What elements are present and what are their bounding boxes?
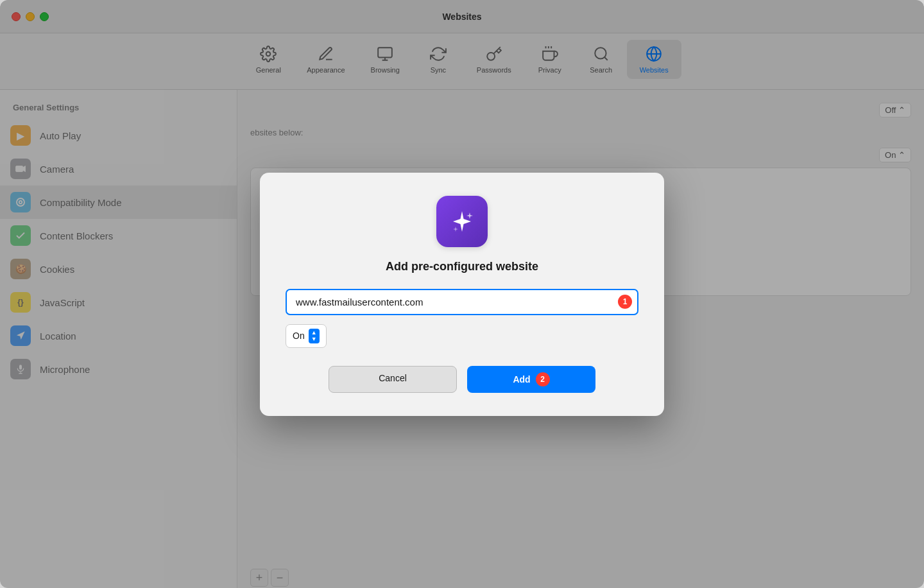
compatibility-mode-select[interactable]: On ▲ ▼ <box>286 324 327 348</box>
modal-buttons: Cancel Add 2 <box>286 366 638 393</box>
website-url-input[interactable] <box>286 289 638 315</box>
modal-app-icon <box>436 196 488 247</box>
cancel-button[interactable]: Cancel <box>329 366 457 393</box>
add-badge: 2 <box>536 372 550 386</box>
add-website-modal: Add pre-configured website 1 On ▲ ▼ Canc… <box>260 173 664 416</box>
modal-input-row: 1 <box>286 289 638 315</box>
add-button-label: Add <box>513 374 530 385</box>
select-arrows-icon: ▲ ▼ <box>309 329 320 343</box>
modal-select-row: On ▲ ▼ <box>286 324 638 348</box>
select-value: On <box>293 331 305 341</box>
add-button[interactable]: Add 2 <box>467 366 595 393</box>
modal-overlay: Add pre-configured website 1 On ▲ ▼ Canc… <box>0 0 924 588</box>
modal-title: Add pre-configured website <box>386 260 538 273</box>
input-badge: 1 <box>618 295 632 309</box>
main-window: Websites General Appearance <box>0 0 924 588</box>
